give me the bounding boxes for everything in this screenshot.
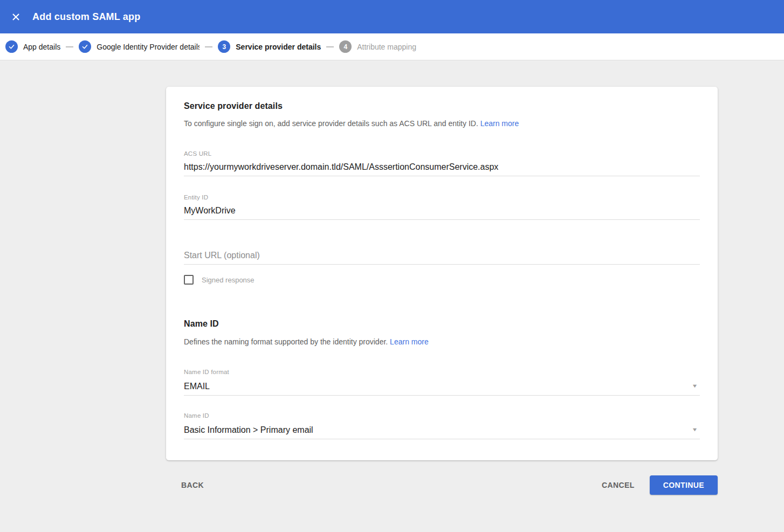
- back-button[interactable]: BACK: [176, 476, 209, 494]
- page-title: Add custom SAML app: [32, 11, 140, 23]
- chevron-down-icon: ▼: [692, 383, 698, 389]
- name-id-description-text: Defines the naming format supported by t…: [184, 337, 388, 346]
- acs-url-field-group: ACS URL: [184, 150, 700, 176]
- section-description: To configure single sign on, add service…: [184, 119, 700, 128]
- name-id-value: Basic Information > Primary email: [184, 425, 313, 434]
- acs-url-label: ACS URL: [184, 150, 700, 157]
- footer-actions: CANCEL CONTINUE: [596, 475, 718, 495]
- name-id-select[interactable]: Basic Information > Primary email ▼: [184, 419, 700, 439]
- step-connector: [66, 46, 73, 47]
- name-id-format-label: Name ID format: [184, 369, 700, 375]
- step-label: Google Identity Provider details: [97, 43, 200, 51]
- entity-id-input[interactable]: [184, 201, 700, 220]
- cancel-button[interactable]: CANCEL: [596, 476, 640, 494]
- section-title: Service provider details: [184, 101, 700, 111]
- signed-response-row: Signed response: [184, 275, 700, 285]
- step-connector: [205, 46, 212, 47]
- signed-response-label: Signed response: [202, 276, 255, 284]
- service-provider-details-card: Service provider details To configure si…: [166, 87, 718, 460]
- wizard-footer: BACK CANCEL CONTINUE: [166, 475, 718, 495]
- dialog-header: Add custom SAML app: [0, 0, 784, 33]
- stepper-step-app-details[interactable]: App details: [5, 40, 60, 53]
- name-id-format-select[interactable]: EMAIL ▼: [184, 375, 700, 396]
- continue-button[interactable]: CONTINUE: [650, 475, 718, 495]
- signed-response-checkbox[interactable]: [184, 275, 194, 285]
- start-url-field-group: [184, 251, 700, 265]
- step-label: Attribute mapping: [357, 43, 416, 51]
- learn-more-link[interactable]: Learn more: [390, 337, 429, 346]
- step-complete-check-icon: [79, 40, 91, 53]
- step-connector: [326, 46, 334, 47]
- learn-more-link[interactable]: Learn more: [480, 119, 519, 128]
- name-id-label: Name ID: [184, 412, 700, 419]
- entity-id-label: Entity ID: [184, 194, 700, 201]
- name-id-section-title: Name ID: [184, 319, 700, 329]
- stepper-step-google-idp-details[interactable]: Google Identity Provider details: [79, 40, 200, 53]
- stepper: App details Google Identity Provider det…: [0, 33, 784, 60]
- name-id-description: Defines the naming format supported by t…: [184, 337, 700, 346]
- name-id-field-group: Name ID Basic Information > Primary emai…: [184, 412, 700, 439]
- name-id-format-field-group: Name ID format EMAIL ▼: [184, 369, 700, 396]
- entity-id-field-group: Entity ID: [184, 194, 700, 220]
- close-icon[interactable]: [5, 6, 26, 27]
- name-id-format-value: EMAIL: [184, 382, 210, 391]
- step-number-badge: 3: [218, 40, 230, 53]
- step-label: Service provider details: [236, 43, 321, 51]
- step-number-badge: 4: [339, 40, 352, 53]
- start-url-input[interactable]: [184, 251, 700, 265]
- chevron-down-icon: ▼: [692, 427, 698, 432]
- acs-url-input[interactable]: [184, 157, 700, 176]
- section-description-text: To configure single sign on, add service…: [184, 119, 478, 128]
- step-complete-check-icon: [5, 40, 18, 53]
- stepper-step-service-provider-details[interactable]: 3 Service provider details: [218, 40, 321, 53]
- stepper-step-attribute-mapping[interactable]: 4 Attribute mapping: [339, 40, 416, 53]
- step-label: App details: [23, 43, 60, 51]
